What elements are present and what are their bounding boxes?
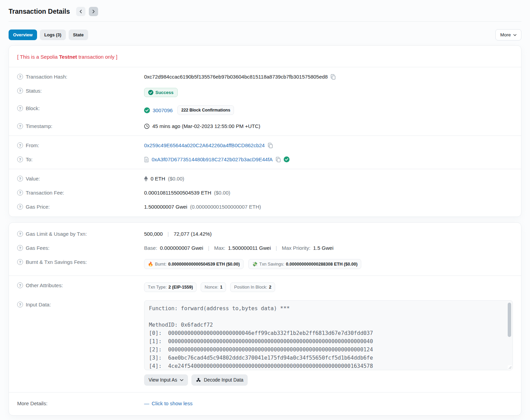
tab-logs[interactable]: Logs (3) [40,30,66,40]
value-row: ? Value: 0 ETH ($0.00) [17,172,513,186]
testnet-notice-row: [ This is a Sepolia Testnet transaction … [17,48,513,65]
verified-check-icon [284,156,290,162]
to-address-link[interactable]: 0xA3f07D6773514480b918C2742b027b3acD9E44… [152,156,273,162]
transaction-hash-row: ? Transaction Hash: 0xc72d984ccac6190b5f… [17,70,513,84]
position-value: 2 [269,285,271,290]
from-row: ? From: 0x259c49E65644a020C2A642260a4ffB… [17,138,513,152]
contract-file-icon [144,157,149,162]
help-icon[interactable]: ? [17,74,23,80]
block-confirmations-badge: 222 Block Confirmations [177,105,234,115]
header-divider [9,21,521,22]
testnet-notice: [ This is a Sepolia Testnet transaction … [17,54,117,60]
divider [9,392,521,393]
txn-type-badge: Txn Type: 2 (EIP-1559) [144,282,197,292]
burnt-savings-row: ? Burnt & Txn Savings Fees: 🔥 Burnt: 0.0… [17,255,513,273]
status-value: Success [155,90,174,95]
copy-to-button[interactable] [275,157,281,162]
transaction-fee-label: Transaction Fee: [26,190,64,196]
help-icon[interactable]: ? [17,259,23,265]
to-label: To: [26,156,33,162]
help-icon[interactable]: ? [17,282,23,288]
view-input-as-button[interactable]: View Input As [144,374,188,386]
transaction-fee-amount: 0.000108115500504539 ETH [144,190,211,196]
input-data-buttons: View Input As Decode Input Data [144,374,513,386]
status-row: ? Status: Success [17,84,513,101]
other-attributes-label: Other Attributes: [26,282,63,288]
more-button[interactable]: More [495,29,521,40]
gas-fees-row: ? Gas Fees: Base: 0.000000007 Gwei | Max… [17,241,513,255]
next-transaction-button[interactable] [89,7,98,16]
help-icon[interactable]: ? [17,88,23,94]
max-fee-label: Max: [214,245,225,251]
previous-transaction-button[interactable] [76,7,85,16]
block-number-link[interactable]: 3007096 [153,107,173,113]
gas-price-label: Gas Price: [26,204,50,210]
chevron-down-icon [180,378,184,382]
copy-from-button[interactable] [268,143,273,148]
chevron-left-icon [79,10,83,13]
show-less-link[interactable]: — Click to show less [144,400,192,406]
page-title: Transaction Details [9,8,70,15]
gas-limit-row: ? Gas Limit & Usage by Txn: 500,000 | 72… [17,225,513,241]
more-button-label: More [500,32,511,37]
chevron-down-icon [513,33,517,37]
position-in-block-badge: Position In Block: 2 [230,282,275,292]
nonce-label: Nonce: [204,285,218,290]
from-label: From: [26,142,39,148]
ethereum-icon [144,176,148,182]
input-data-label: Input Data: [26,302,51,307]
to-row: ? To: 0xA3f07D6773514480b918C2742b027b3a… [17,152,513,166]
transaction-hash-label: Transaction Hash: [26,74,67,80]
max-fee-value: 1.500000011 Gwei [228,245,271,251]
copy-icon [268,143,273,148]
help-icon[interactable]: ? [17,231,23,237]
scrollbar-thumb[interactable] [508,303,511,337]
help-icon[interactable]: ? [17,190,23,196]
details-card: ? Gas Limit & Usage by Txn: 500,000 | 72… [9,222,521,416]
txn-savings-value: 0.000000000000288308 ETH ($0.00) [286,262,358,267]
txn-savings-label: Txn Savings: [259,262,284,267]
gas-limit-value: 500,000 [144,231,163,237]
tab-overview[interactable]: Overview [9,30,37,40]
separator: | [206,245,211,251]
help-icon[interactable]: ? [17,302,23,307]
copy-icon [330,74,336,80]
value-label: Value: [26,176,40,182]
timestamp-row: ? Timestamp: 45 mins ago (Mar-02-2023 12… [17,119,513,133]
block-confirmations-text: 222 Block Confirmations [181,108,230,113]
show-less-text: Click to show less [152,400,192,406]
txn-type-label: Txn Type: [148,285,167,290]
divider [9,67,521,67]
gas-fees-label: Gas Fees: [26,245,49,251]
copy-hash-button[interactable] [330,74,336,80]
tab-state[interactable]: State [69,30,88,40]
max-priority-label: Max Priority: [282,245,310,251]
help-icon[interactable]: ? [17,204,23,210]
gas-price-row: ? Gas Price: 1.500000007 Gwei (0.0000000… [17,200,513,214]
tabs-row: Overview Logs (3) State More [9,29,521,40]
divider [9,276,521,276]
clock-icon [144,124,150,129]
help-icon[interactable]: ? [17,245,23,251]
other-attributes-row: ? Other Attributes: Txn Type: 2 (EIP-155… [17,278,513,296]
help-icon[interactable]: ? [17,156,23,162]
value-amount: 0 ETH [151,176,165,182]
fire-icon: 🔥 [148,261,153,267]
input-data-textarea[interactable]: Function: forward(address to,bytes data)… [144,300,513,370]
help-icon[interactable]: ? [17,105,23,111]
decode-input-data-label: Decode Input Data [204,377,243,383]
help-icon[interactable]: ? [17,142,23,148]
gas-limit-label: Gas Limit & Usage by Txn: [26,231,87,237]
burnt-label: Burnt: [155,262,167,267]
money-wings-icon: 💸 [252,261,258,267]
help-icon[interactable]: ? [17,176,23,182]
help-icon[interactable]: ? [17,123,23,129]
resize-handle[interactable] [508,365,512,370]
divider [9,169,521,169]
base-fee-value: 0.000000007 Gwei [160,245,203,251]
decode-icon [196,377,201,383]
decode-input-data-button[interactable]: Decode Input Data [191,374,248,386]
from-address-link[interactable]: 0x259c49E65644a020C2A642260a4ffB0CD862cb… [144,142,265,148]
timestamp-value: 45 mins ago (Mar-02-2023 12:55:00 PM +UT… [152,123,260,129]
minus-icon: — [144,400,149,406]
